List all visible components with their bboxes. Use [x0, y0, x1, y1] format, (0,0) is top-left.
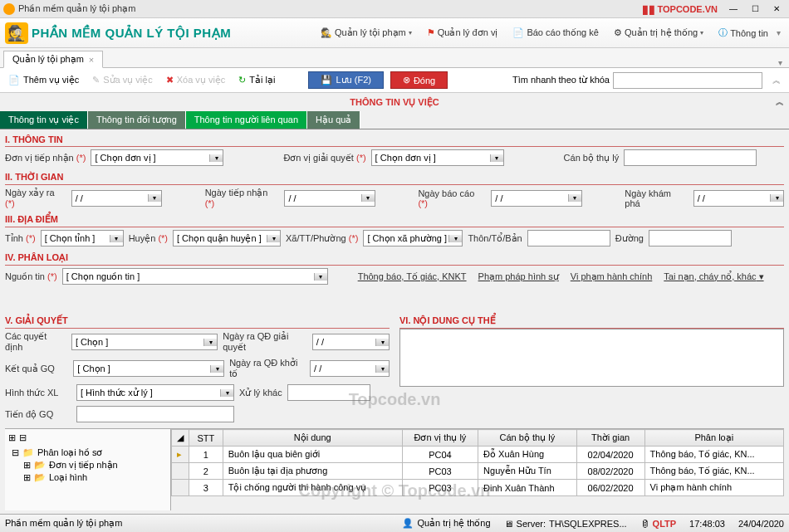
sel-recv-unit[interactable]: [ Chọn đơn vị ]▾ — [91, 149, 223, 166]
status-app: Phần mềm quản lý tội phạm — [5, 518, 122, 529]
link-type-2[interactable]: Vi phạm hành chính — [567, 271, 656, 282]
toolbar-collapse-icon[interactable]: ︽ — [769, 75, 784, 86]
inp-progress[interactable] — [76, 406, 234, 422]
status-server: 🖥Server:TH\SQLEXPRES... — [504, 519, 627, 529]
group4-head: IV. PHÂN LOẠI — [5, 251, 784, 266]
content-textarea[interactable] — [399, 329, 784, 387]
group2-head: II. THỜI GIAN — [5, 170, 784, 185]
close-tab-icon[interactable]: × — [89, 55, 94, 65]
lbl-date-report: Ngày báo cáo (*) — [418, 188, 486, 208]
tree-panel: ⊞ ⊟ ⊟📁Phân loại hồ sơ ⊞📂Đơn vị tiếp nhận… — [5, 429, 171, 510]
close-button[interactable]: ⊗Đóng — [390, 71, 448, 89]
grid-panel: ◢ STT Nội dung Đơn vị thụ lý Cán bộ thụ … — [171, 429, 784, 510]
lbl-source: Nguồn tin (*) — [5, 271, 57, 282]
lbl-form: Hình thức XL — [5, 388, 71, 398]
lbl-result: Kết quả GQ — [5, 364, 68, 374]
lbl-qdkt: Ngày ra QĐ khởi tố — [229, 358, 305, 379]
table-row[interactable]: 2Buôn lậu tại địa phươngPC03 Nguyễn Hữu … — [172, 463, 784, 480]
section-title: THÔNG TIN VỤ VIỆC ︽ — [0, 93, 789, 111]
date-qdkt[interactable]: / /▾ — [310, 360, 390, 377]
inp-officer[interactable] — [624, 149, 757, 166]
col-time[interactable]: Thời gian — [576, 430, 644, 447]
close-window-button[interactable]: ✕ — [767, 2, 786, 16]
lbl-officer: Cán bộ thụ lý — [564, 153, 620, 164]
tree-type[interactable]: ⊞📂Loại hình — [20, 471, 167, 484]
window-titlebar: Phần mềm quản lý tội phạm ▮▮TOPCODE.VN —… — [0, 0, 789, 18]
search-label: Tìm nhanh theo từ khóa — [512, 75, 610, 85]
tree-root[interactable]: ⊟📁Phân loại hồ sơ — [8, 447, 167, 459]
sel-source[interactable]: [ Chọn nguồn tin ]▾ — [62, 268, 328, 285]
lbl-street: Đường — [615, 233, 644, 244]
sel-ward[interactable]: [ Chọn xã phường ]▾ — [363, 230, 463, 246]
status-db: 🛢QLTP — [640, 519, 677, 529]
subtab-consequence[interactable]: Hậu quả — [307, 111, 360, 129]
date-recv[interactable]: / /▾ — [284, 190, 375, 207]
date-discover[interactable]: / /▾ — [693, 190, 784, 207]
tree-expand-icon[interactable]: ⊞ — [8, 432, 16, 443]
ribbon-collapse-icon[interactable]: ▾ — [773, 28, 784, 37]
subtab-subject[interactable]: Thông tin đối tượng — [88, 111, 186, 129]
grid-header-row: ◢ STT Nội dung Đơn vị thụ lý Cán bộ thụ … — [172, 430, 784, 447]
sel-solve-unit[interactable]: [ Chọn đơn vị ]▾ — [371, 149, 504, 166]
main-menu: 🕵️Quản lý tội phạm▾ ⚑Quản lý đơn vị 📄Báo… — [316, 25, 773, 41]
lbl-ward: Xã/TT/Phường (*) — [286, 233, 358, 244]
section-collapse-icon[interactable]: ︽ — [776, 96, 784, 108]
menu-admin[interactable]: ⚙Quản trị hệ thống▾ — [609, 25, 708, 41]
lbl-hamlet: Thôn/Tổ/Bản — [468, 233, 522, 244]
toolbar: 📄Thêm vụ việc ✎Sửa vụ việc ✖Xóa vụ việc … — [0, 68, 789, 93]
col-stt[interactable]: STT — [189, 430, 223, 447]
add-button[interactable]: 📄Thêm vụ việc — [5, 73, 82, 87]
menu-unit[interactable]: ⚑Quản lý đơn vị — [422, 25, 503, 41]
app-icon — [3, 3, 15, 15]
date-report[interactable]: / /▾ — [491, 190, 581, 207]
lbl-progress: Tiến độ GQ — [5, 409, 71, 420]
document-tabs: Quản lý tội phạm × ▾ — [0, 48, 789, 68]
grid-corner[interactable]: ◢ — [172, 430, 189, 447]
col-officer[interactable]: Cán bộ thụ lý — [478, 430, 577, 447]
col-type[interactable]: Phân loại — [644, 430, 783, 447]
sel-province[interactable]: [ Chọn tỉnh ]▾ — [41, 230, 124, 246]
lbl-province: Tỉnh (*) — [5, 233, 36, 244]
status-bar: Phần mềm quản lý tội phạm 👤Quản trị hệ t… — [0, 514, 789, 532]
tree-collapse-icon[interactable]: ⊟ — [19, 432, 27, 443]
tree-recv[interactable]: ⊞📂Đơn vị tiếp nhận — [20, 459, 167, 471]
link-type-1[interactable]: Phạm pháp hình sự — [475, 271, 562, 282]
col-content[interactable]: Nội dung — [223, 430, 402, 447]
edit-button[interactable]: ✎Sửa vụ việc — [89, 73, 156, 87]
subtab-related[interactable]: Thông tin người liên quan — [186, 111, 307, 129]
subtab-case[interactable]: Thông tin vụ việc — [0, 111, 88, 129]
date-happen[interactable]: / /▾ — [71, 190, 162, 207]
menu-info[interactable]: ⓘThông tin — [713, 25, 773, 41]
doctab-active[interactable]: Quản lý tội phạm × — [3, 51, 103, 68]
sel-decisions[interactable]: [ Chọn ]▾ — [71, 334, 218, 350]
sel-district[interactable]: [ Chọn quận huyện ]▾ — [173, 230, 281, 246]
search-input[interactable] — [613, 72, 762, 89]
sel-form[interactable]: [ Hình thức xử lý ]▾ — [76, 384, 234, 401]
reload-button[interactable]: ↻Tải lại — [235, 73, 278, 87]
table-row[interactable]: 3Tội chống người thi hành công vụPC03 Đi… — [172, 480, 784, 496]
date-qdgq[interactable]: / /▾ — [312, 334, 390, 350]
brand-logo: ▮▮TOPCODE.VN — [642, 2, 718, 16]
link-type-0[interactable]: Thông báo, Tố giác, KNKT — [355, 271, 470, 282]
inp-hamlet[interactable] — [527, 230, 610, 246]
menu-crime[interactable]: 🕵️Quản lý tội phạm▾ — [316, 25, 417, 41]
save-button[interactable]: 💾Lưu (F2) — [308, 71, 383, 89]
minimize-button[interactable]: — — [724, 2, 742, 16]
inp-other[interactable] — [287, 384, 370, 401]
menu-report[interactable]: 📄Báo cáo thống kê — [507, 25, 604, 41]
delete-button[interactable]: ✖Xóa vụ việc — [163, 73, 229, 87]
tabs-dropdown-icon[interactable]: ▾ — [775, 58, 786, 67]
sel-result[interactable]: [ Chọn ]▾ — [73, 360, 224, 377]
inp-street[interactable] — [649, 230, 732, 246]
lbl-decisions: Các quyết định — [5, 331, 66, 353]
col-unit[interactable]: Đơn vị thụ lý — [402, 430, 478, 447]
table-row[interactable]: ▸ 1Buôn lậu qua biên giớiPC04 Đỗ Xuân Hù… — [172, 447, 784, 463]
ribbon-header: 🕵️ PHẦN MỀM QUẢN LÝ TỘI PHẠM 🕵️Quản lý t… — [0, 18, 789, 48]
group3-head: III. ĐỊA ĐIỂM — [5, 212, 784, 227]
link-type-3[interactable]: Tai nạn, cháy nổ, khác ▾ — [660, 271, 767, 282]
window-title: Phần mềm quản lý tội phạm — [18, 3, 642, 14]
detective-icon: 🕵️ — [5, 22, 28, 44]
group6-head: VI. NỘI DUNG CỤ THỂ — [399, 314, 784, 329]
maximize-button[interactable]: ☐ — [746, 2, 764, 16]
form-area: I. THÔNG TIN Đơn vị tiếp nhận (*) [ Chọn… — [0, 129, 789, 512]
